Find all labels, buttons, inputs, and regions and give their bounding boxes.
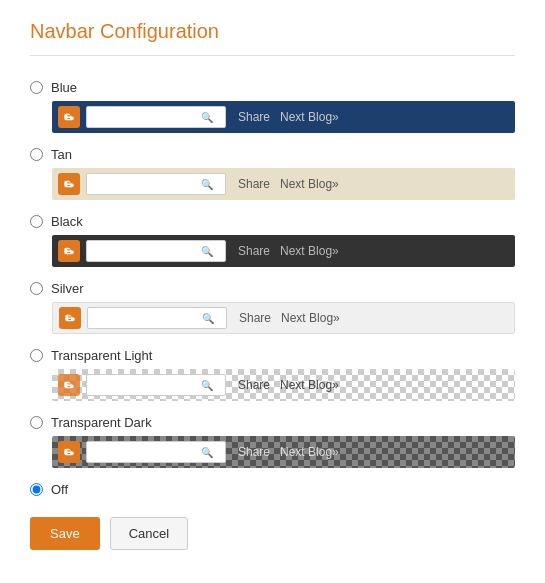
radio-silver[interactable] (30, 282, 43, 295)
share-link[interactable]: Share (238, 244, 270, 258)
navbar-preview-silver: 🔍ShareNext Blog» (52, 302, 515, 334)
search-box: 🔍 (86, 173, 226, 195)
blogger-icon (59, 307, 81, 329)
share-link[interactable]: Share (238, 445, 270, 459)
theme-label-text-silver: Silver (51, 281, 84, 296)
theme-row-tan: Tan🔍ShareNext Blog» (30, 147, 515, 200)
blogger-icon (58, 173, 80, 195)
button-row: Save Cancel (30, 517, 515, 550)
theme-label-transparent-dark[interactable]: Transparent Dark (30, 415, 515, 430)
page-title: Navbar Configuration (30, 20, 515, 56)
blogger-icon (58, 240, 80, 262)
search-input[interactable] (92, 312, 202, 324)
share-link[interactable]: Share (238, 378, 270, 392)
share-link[interactable]: Share (239, 311, 271, 325)
share-link[interactable]: Share (238, 110, 270, 124)
blogger-icon (58, 106, 80, 128)
radio-blue[interactable] (30, 81, 43, 94)
search-icon: 🔍 (201, 112, 213, 123)
nav-links: ShareNext Blog» (238, 110, 339, 124)
next-blog-link[interactable]: Next Blog» (281, 311, 340, 325)
search-input[interactable] (91, 245, 201, 257)
search-box: 🔍 (86, 106, 226, 128)
next-blog-link[interactable]: Next Blog» (280, 378, 339, 392)
radio-transparent-dark[interactable] (30, 416, 43, 429)
theme-label-text-tan: Tan (51, 147, 72, 162)
search-box: 🔍 (87, 307, 227, 329)
save-button[interactable]: Save (30, 517, 100, 550)
theme-label-tan[interactable]: Tan (30, 147, 515, 162)
navbar-preview-tan: 🔍ShareNext Blog» (52, 168, 515, 200)
theme-label-silver[interactable]: Silver (30, 281, 515, 296)
search-box: 🔍 (86, 240, 226, 262)
radio-black[interactable] (30, 215, 43, 228)
nav-links: ShareNext Blog» (238, 445, 339, 459)
theme-row-silver: Silver🔍ShareNext Blog» (30, 281, 515, 334)
radio-transparent-light[interactable] (30, 349, 43, 362)
theme-label-text-blue: Blue (51, 80, 77, 95)
navbar-preview-transparent-dark: 🔍ShareNext Blog» (52, 436, 515, 468)
search-input[interactable] (91, 379, 201, 391)
nav-links: ShareNext Blog» (238, 378, 339, 392)
navbar-preview-transparent-light: 🔍ShareNext Blog» (52, 369, 515, 401)
theme-label-text-transparent-dark: Transparent Dark (51, 415, 152, 430)
theme-row-blue: Blue🔍ShareNext Blog» (30, 80, 515, 133)
theme-row-transparent-dark: Transparent Dark🔍ShareNext Blog» (30, 415, 515, 468)
search-input[interactable] (91, 111, 201, 123)
theme-label-text-black: Black (51, 214, 83, 229)
search-box: 🔍 (86, 374, 226, 396)
next-blog-link[interactable]: Next Blog» (280, 110, 339, 124)
nav-links: ShareNext Blog» (239, 311, 340, 325)
theme-row-black: Black🔍ShareNext Blog» (30, 214, 515, 267)
next-blog-link[interactable]: Next Blog» (280, 445, 339, 459)
search-box: 🔍 (86, 441, 226, 463)
theme-label-transparent-light[interactable]: Transparent Light (30, 348, 515, 363)
nav-links: ShareNext Blog» (238, 244, 339, 258)
next-blog-link[interactable]: Next Blog» (280, 244, 339, 258)
search-input[interactable] (91, 178, 201, 190)
search-icon: 🔍 (201, 380, 213, 391)
nav-links: ShareNext Blog» (238, 177, 339, 191)
search-icon: 🔍 (201, 447, 213, 458)
search-icon: 🔍 (201, 179, 213, 190)
themes-container: Blue🔍ShareNext Blog»Tan🔍ShareNext Blog»B… (30, 80, 515, 468)
search-icon: 🔍 (202, 313, 214, 324)
next-blog-link[interactable]: Next Blog» (280, 177, 339, 191)
theme-label-black[interactable]: Black (30, 214, 515, 229)
off-radio[interactable] (30, 483, 43, 496)
cancel-button[interactable]: Cancel (110, 517, 188, 550)
navbar-preview-blue: 🔍ShareNext Blog» (52, 101, 515, 133)
search-input[interactable] (91, 446, 201, 458)
radio-tan[interactable] (30, 148, 43, 161)
blogger-icon (58, 374, 80, 396)
theme-label-text-transparent-light: Transparent Light (51, 348, 152, 363)
navbar-preview-black: 🔍ShareNext Blog» (52, 235, 515, 267)
theme-row-transparent-light: Transparent Light🔍ShareNext Blog» (30, 348, 515, 401)
blogger-icon (58, 441, 80, 463)
share-link[interactable]: Share (238, 177, 270, 191)
off-label-text: Off (51, 482, 68, 497)
search-icon: 🔍 (201, 246, 213, 257)
off-label[interactable]: Off (30, 482, 515, 497)
theme-label-blue[interactable]: Blue (30, 80, 515, 95)
off-option-row: Off (30, 482, 515, 497)
